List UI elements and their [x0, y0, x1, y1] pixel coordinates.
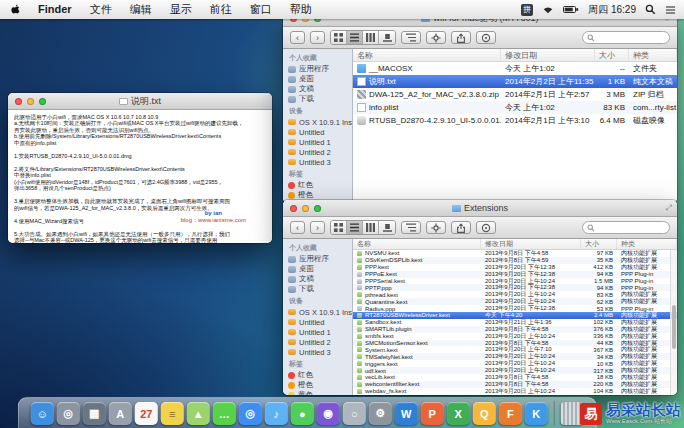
column-header-name[interactable]: 名称	[353, 49, 501, 61]
file-row-webdav-fs-kext[interactable]: webdav_fs.kext 2013年9月20日 上午10:24 104 KB…	[353, 388, 677, 395]
column-header-kind[interactable]: 种类	[629, 49, 677, 61]
sidebar-device-0[interactable]: OS X 10.9.1 Install	[283, 117, 352, 127]
sidebar-device-1[interactable]: Untitled	[283, 317, 352, 327]
share-button[interactable]	[451, 221, 471, 234]
sidebar-tag[interactable]: 橙色	[283, 190, 352, 200]
dock-icon-system-preferences[interactable]: ⚙	[369, 402, 392, 425]
sidebar-item-1[interactable]: 桌面	[283, 264, 352, 274]
column-view-button[interactable]	[363, 221, 379, 234]
sidebar-item-0[interactable]: 应用程序	[283, 254, 352, 264]
dock-icon-keynote[interactable]: K	[525, 402, 548, 425]
coverflow-view-button[interactable]	[379, 221, 395, 234]
dock-icon-itunes[interactable]: ♪	[265, 402, 288, 425]
menu-item-5[interactable]: 窗口	[241, 3, 281, 15]
sidebar-device-4[interactable]: Untitled 3	[283, 157, 352, 167]
sidebar-item-3[interactable]: 下载	[283, 284, 352, 294]
sidebar-tag[interactable]: 黄色	[283, 390, 352, 395]
file-row--txt[interactable]: 说明.txt 2014年2月2日 上午11:35 1 KB 纯文本文稿	[353, 75, 677, 88]
back-button[interactable]: ‹	[290, 31, 305, 44]
sidebar-device-3[interactable]: Untitled 2	[283, 337, 352, 347]
search-field[interactable]	[582, 31, 670, 44]
column-header-size[interactable]: 大小	[581, 239, 617, 249]
file-row--macosx[interactable]: __MACOSX 今天 上午1:02 -- 文件夹	[353, 62, 677, 75]
minimize-button[interactable]	[302, 205, 309, 212]
file-row-rtusb-d2870-4-2-9-10-ui-5-0-0-01-dmg[interactable]: RTUSB_D2870-4.2.9.10_UI-5.0.0.01.dmg 201…	[353, 114, 677, 127]
list-view-button[interactable]	[347, 31, 363, 44]
dock-icon-preview[interactable]: ○	[343, 402, 366, 425]
scrollbar[interactable]	[670, 250, 677, 395]
close-button[interactable]	[290, 205, 297, 212]
battery-icon[interactable]	[563, 5, 579, 14]
forward-button[interactable]: ›	[310, 221, 325, 234]
finder2-titlebar[interactable]: Extensions ⤢	[283, 200, 677, 217]
column-view-button[interactable]	[363, 31, 379, 44]
textedit-titlebar[interactable]: 说明.txt	[8, 93, 272, 110]
dock-icon-firefox[interactable]: F	[499, 402, 522, 425]
dock-icon-wps-presentation[interactable]: P	[421, 402, 444, 425]
sidebar-tag[interactable]: 红色	[283, 180, 352, 190]
column-header-date[interactable]: 修改日期	[501, 49, 595, 61]
sidebar-item-2[interactable]: 文稿	[283, 84, 352, 94]
dock-icon-safari[interactable]: ◎	[239, 402, 262, 425]
close-button[interactable]	[15, 98, 22, 105]
coverflow-view-button[interactable]	[379, 31, 395, 44]
dock-icon-qq[interactable]: Q	[473, 402, 496, 425]
menu-item-6[interactable]: 帮助	[281, 3, 321, 15]
sidebar-tag[interactable]: 红色	[283, 370, 352, 380]
dock-icon-wps-spreadsheets[interactable]: X	[447, 402, 470, 425]
scrollbar-thumb[interactable]	[672, 305, 676, 349]
zoom-button[interactable]	[314, 205, 321, 212]
apple-menu-icon[interactable]	[8, 3, 29, 16]
icon-view-button[interactable]	[331, 31, 347, 44]
dock-icon-messages[interactable]: …	[213, 402, 236, 425]
menu-item-0[interactable]: Finder	[29, 3, 81, 15]
sidebar-tag[interactable]: 橙色	[283, 380, 352, 390]
sidebar-device-1[interactable]: Untitled	[283, 127, 352, 137]
menu-item-3[interactable]: 显示	[161, 3, 201, 15]
sidebar-device-2[interactable]: Untitled 1	[283, 327, 352, 337]
file-row-dwa-125-a2-for-mac-v2-3-8-0-zip[interactable]: DWA-125_A2_for_MAC_v2.3.8.0.zip 2014年2月1…	[353, 88, 677, 101]
sidebar-item-1[interactable]: 桌面	[283, 74, 352, 84]
column-header-kind[interactable]: 种类	[617, 239, 677, 249]
back-button[interactable]: ‹	[290, 221, 305, 234]
dock-icon-mission-control[interactable]: ▦	[83, 402, 106, 425]
tags-button[interactable]	[476, 31, 496, 44]
dock-icon-photo-booth[interactable]: ◉	[317, 402, 340, 425]
dock-icon-wps-writer[interactable]: W	[395, 402, 418, 425]
menu-item-4[interactable]: 前往	[201, 3, 241, 15]
sidebar-device-4[interactable]: Untitled 3	[283, 347, 352, 357]
dock-icon-notes[interactable]: ≡	[161, 402, 184, 425]
dock-icon-maps[interactable]: ▲	[187, 402, 210, 425]
search-field[interactable]	[582, 221, 670, 234]
minimize-button[interactable]	[27, 98, 34, 105]
fullscreen-icon[interactable]: ⤢	[666, 203, 672, 213]
menu-clock[interactable]: 周四 16:29	[588, 3, 636, 17]
sidebar-item-3[interactable]: 下载	[283, 94, 352, 104]
zoom-button[interactable]	[39, 98, 46, 105]
column-header-date[interactable]: 修改日期	[481, 239, 581, 249]
sidebar-device-3[interactable]: Untitled 2	[283, 147, 352, 157]
arrange-button[interactable]	[401, 31, 421, 44]
wifi-icon[interactable]	[542, 5, 554, 14]
dock-icon-launchpad[interactable]: ◎	[57, 402, 80, 425]
notification-center-icon[interactable]	[665, 5, 676, 15]
action-button[interactable]	[426, 31, 446, 44]
dock-icon-calendar[interactable]: 27	[135, 402, 158, 425]
dock-icon-app-store[interactable]: A	[109, 402, 132, 425]
action-button[interactable]	[426, 221, 446, 234]
dock-icon-finder[interactable]: ☺	[31, 402, 54, 425]
column-header-size[interactable]: 大小	[595, 49, 629, 61]
file-row-info-plist[interactable]: info.plist 今天 上午1:02 83 KB com...rty-lis…	[353, 101, 677, 114]
column-header-name[interactable]: 名称	[353, 239, 481, 249]
list-view-button[interactable]	[347, 221, 363, 234]
dock-icon-facetime[interactable]: ●	[291, 402, 314, 425]
share-button[interactable]	[451, 31, 471, 44]
icon-view-button[interactable]	[331, 221, 347, 234]
tags-button[interactable]	[476, 221, 496, 234]
menu-item-1[interactable]: 文件	[81, 3, 121, 15]
sidebar-item-0[interactable]: 应用程序	[283, 64, 352, 74]
input-method-icon[interactable]: 拼	[521, 4, 533, 16]
sidebar-device-2[interactable]: Untitled 1	[283, 137, 352, 147]
sidebar-device-0[interactable]: OS X 10.9.1 Install	[283, 307, 352, 317]
menu-item-2[interactable]: 编辑	[121, 3, 161, 15]
